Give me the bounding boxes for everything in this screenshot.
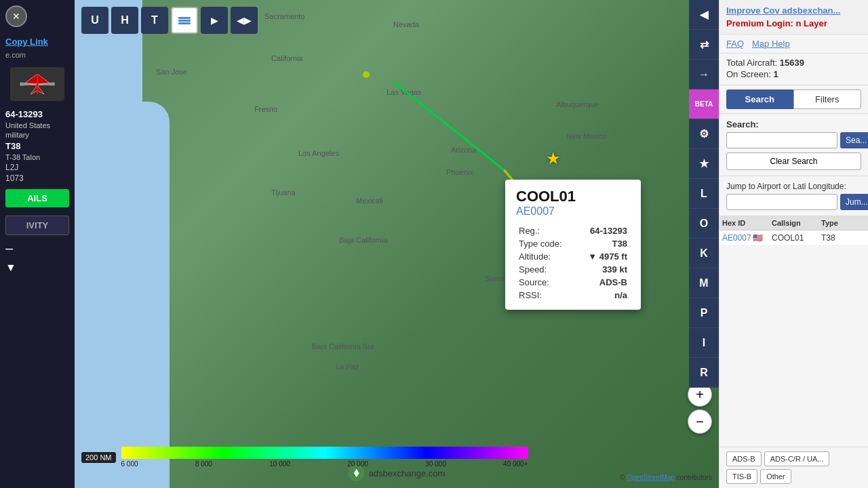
other-filter-btn[interactable]: Other (760, 469, 791, 484)
o-btn[interactable]: O (689, 209, 719, 239)
table-row: RSSI: n/a (516, 289, 630, 302)
tick-3: 10 000 (269, 460, 290, 468)
jump-input-row: Jum... (726, 194, 861, 210)
k-btn[interactable]: K (689, 239, 719, 268)
table-row: Source: ADS-B (516, 276, 630, 289)
sidebar-num: 1073 (0, 173, 75, 184)
aircraft-table-header: Hex ID Callsign Type (719, 216, 868, 230)
minus-button[interactable]: – (0, 238, 75, 259)
aircraft-table-section: Hex ID Callsign Type AE0007 🇺🇸 COOL01 T3… (719, 216, 868, 447)
table-row[interactable]: AE0007 🇺🇸 COOL01 T38 (719, 230, 868, 246)
pacific-ocean (75, 102, 170, 488)
field-value: ▼ 4975 ft (576, 250, 630, 263)
popup-hex: AE0007 (516, 205, 630, 218)
field-value: n/a (576, 289, 630, 302)
table-row: Speed: 339 kt (516, 263, 630, 276)
jump-section: Jump to Airport or Lati Longitude: Jum..… (719, 176, 868, 216)
field-value: T38 (576, 237, 630, 250)
beta-btn[interactable]: BETA (689, 89, 719, 119)
right-panel-header: Improve Cov adsbexchan... Premium Login:… (719, 0, 868, 35)
map-top-buttons: U H T ▶ ◀▶ (81, 7, 258, 34)
adsc-filter-btn[interactable]: ADS-C/R / UA... (764, 451, 830, 466)
field-label: Type code: (516, 237, 576, 250)
sidebar-type: T38 (0, 140, 75, 152)
collapse-btn[interactable]: ◀ (689, 0, 719, 30)
left-sidebar: ✕ Copy Link e.com 64-13293 United States… (0, 0, 75, 488)
table-row: Type code: T38 (516, 237, 630, 250)
total-aircraft-stat: Total Aircraft: 15639 (726, 58, 861, 68)
improve-coverage-link[interactable]: Improve Cov adsbexchan... (726, 5, 861, 16)
sidebar-military: military (0, 130, 75, 140)
copy-link[interactable]: Copy Link (0, 34, 75, 49)
tick-4: 20 000 (347, 460, 368, 468)
popup-table: Reg.: 64-13293 Type code: T38 Altitude: … (516, 224, 630, 302)
next-arrow-btn[interactable]: ▶ (201, 7, 228, 34)
svg-rect-3 (178, 22, 191, 24)
on-screen-label: On Screen: (726, 69, 771, 79)
svg-rect-1 (178, 17, 191, 19)
color-bar-container: 200 NM 6 000 8 000 10 000 20 000 30 000 … (81, 447, 528, 468)
search-tab[interactable]: Search (726, 89, 793, 109)
map-area[interactable]: U H T ▶ ◀▶ Sacramento Nevada California … (75, 0, 719, 488)
hex-cell: AE0007 🇺🇸 (719, 230, 769, 245)
faq-link[interactable]: FAQ (726, 39, 744, 49)
search-go-button[interactable]: Sea... (840, 132, 868, 148)
jump-input[interactable] (726, 194, 837, 210)
source-filters: ADS-B ADS-C/R / UA... TIS-B Other (719, 447, 868, 488)
map-help-link[interactable]: Map Help (752, 39, 790, 49)
layers-btn[interactable] (171, 7, 198, 34)
aircraft-marker[interactable]: ★ (546, 149, 566, 169)
t-btn[interactable]: T (141, 7, 168, 34)
scale-label: 200 NM (81, 452, 116, 463)
arrow-down-button[interactable]: ▼ (0, 259, 75, 277)
premium-login-link[interactable]: Premium Login: n Layer (726, 18, 861, 28)
u-btn[interactable]: U (81, 7, 108, 34)
search-input-row: Sea... (726, 132, 861, 148)
field-label: Source: (516, 276, 576, 289)
h-btn[interactable]: H (111, 7, 138, 34)
close-button[interactable]: ✕ (5, 5, 27, 27)
table-row: Reg.: 64-13293 (516, 224, 630, 237)
swap-arrow-btn[interactable]: ◀▶ (231, 7, 258, 34)
on-screen-stat: On Screen: 1 (726, 69, 861, 79)
tick-5: 30 000 (425, 460, 446, 468)
field-value: 64-13293 (576, 224, 630, 237)
col-header-hex[interactable]: Hex ID (719, 216, 769, 230)
i-btn[interactable]: I (689, 328, 719, 358)
side-nav: ◀ ⇄ → BETA ⚙ ★ L O K M P I R (689, 0, 719, 388)
p-btn[interactable]: P (689, 298, 719, 328)
search-input[interactable] (726, 132, 837, 148)
tisb-filter-btn[interactable]: TIS-B (726, 469, 757, 484)
right-panel: Improve Cov adsbexchan... Premium Login:… (719, 0, 868, 488)
star-btn[interactable]: ★ (689, 149, 719, 179)
swap-btn[interactable]: ⇄ (689, 30, 719, 60)
on-screen-value: 1 (773, 69, 778, 79)
flag-icon: 🇺🇸 (753, 233, 763, 243)
field-label: Speed: (516, 263, 576, 276)
r-btn[interactable]: R (689, 358, 719, 388)
field-value: ADS-B (576, 276, 630, 289)
settings-btn[interactable]: ⚙ (689, 119, 719, 149)
sidebar-code: L2J (0, 162, 75, 173)
m-btn[interactable]: M (689, 268, 719, 298)
tick-6: 40 000+ (503, 460, 528, 468)
popup-callsign: COOL01 (516, 188, 630, 205)
l-btn[interactable]: L (689, 179, 719, 209)
clear-search-button[interactable]: Clear Search (726, 152, 861, 170)
adsb-filter-btn[interactable]: ADS-B (726, 451, 762, 466)
filters-tab[interactable]: Filters (793, 89, 862, 109)
zoom-out-button[interactable]: − (688, 409, 712, 434)
jump-button[interactable]: Jum... (840, 194, 868, 210)
tick-2: 8 000 (195, 460, 212, 468)
hex-value: AE0007 (722, 233, 751, 243)
details-button[interactable]: AILS (5, 189, 69, 207)
osm-link[interactable]: OpenStreetMap (627, 474, 675, 481)
type-cell: T38 (818, 230, 868, 245)
activity-button[interactable]: IVITY (5, 216, 69, 235)
jump-label: Jump to Airport or Lati Longitude: (726, 182, 861, 191)
sidebar-reg: 64-13293 (0, 108, 75, 121)
search-label: Search: (726, 119, 861, 129)
col-header-callsign[interactable]: Callsign (769, 216, 818, 230)
col-header-type[interactable]: Type (818, 216, 868, 230)
login-btn[interactable]: → (689, 60, 719, 89)
